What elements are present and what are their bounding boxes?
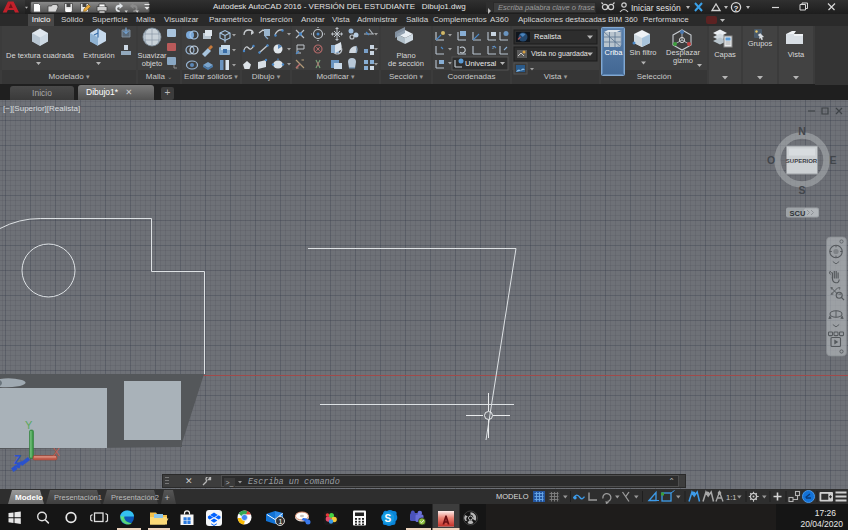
svg-text:1: 1 — [279, 518, 283, 525]
svg-text:O: O — [767, 154, 775, 166]
svg-text:20/04/2020: 20/04/2020 — [800, 519, 843, 529]
svg-text:?: ? — [734, 4, 739, 13]
svg-text:Iniciar sesión: Iniciar sesión — [631, 3, 681, 13]
svg-text:1:1: 1:1 — [726, 493, 736, 502]
svg-text:Modelo: Modelo — [15, 493, 43, 502]
svg-text:Presentación2: Presentación2 — [111, 493, 159, 502]
svg-text:Presentación1: Presentación1 — [54, 493, 102, 502]
svg-text:17:26: 17:26 — [815, 508, 837, 518]
svg-text:SUPERIOR: SUPERIOR — [786, 158, 818, 164]
svg-text:N: N — [798, 125, 806, 137]
svg-text:+: + — [165, 493, 170, 503]
svg-text:X: X — [53, 446, 61, 458]
svg-text:Y: Y — [25, 419, 33, 431]
svg-text:S: S — [385, 513, 392, 524]
svg-text:S: S — [798, 184, 805, 196]
svg-text:SCU: SCU — [790, 209, 806, 218]
svg-text:E: E — [829, 154, 836, 166]
